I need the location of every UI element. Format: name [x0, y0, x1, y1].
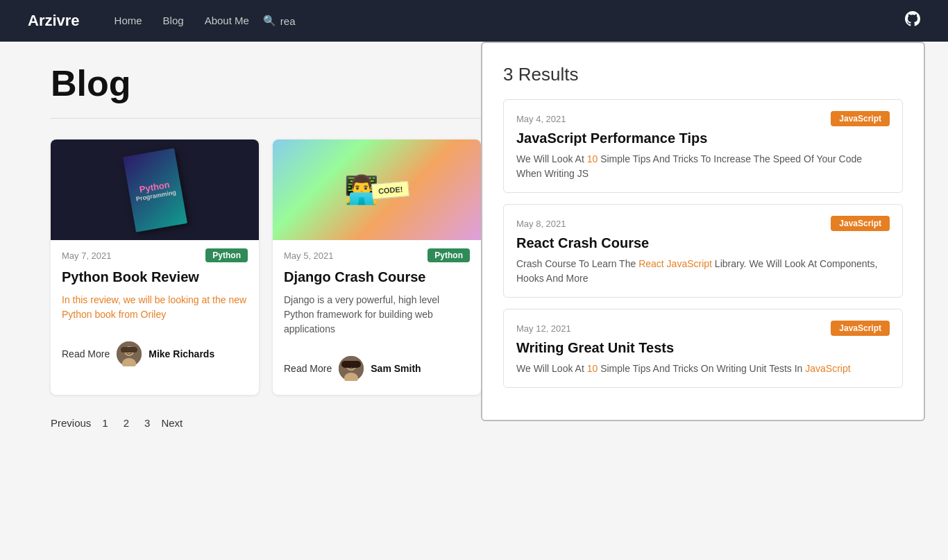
card-body-django: May 5, 2021 Python Django Crash Course D…	[273, 240, 481, 356]
pagination-previous[interactable]: Previous	[51, 417, 91, 429]
result-desc-3: We Will Look At 10 Simple Tips And Trick…	[516, 362, 890, 376]
search-results-overlay: 3 Results May 4, 2021 JavaScript JavaScr…	[481, 42, 925, 421]
pagination-next[interactable]: Next	[161, 417, 183, 429]
avatar-2	[339, 356, 364, 381]
result-date-1: May 4, 2021	[516, 114, 566, 124]
author-name-2: Sam Smith	[371, 363, 421, 374]
card-image-django: 👨‍💻 CODE!	[273, 139, 481, 240]
card-date-2: May 5, 2021	[284, 251, 334, 261]
card-excerpt-1: In this review, we will be looking at th…	[62, 293, 248, 322]
card-title-1[interactable]: Python Book Review	[62, 268, 248, 286]
card-title-2[interactable]: Django Crash Course	[284, 268, 470, 286]
nav-home[interactable]: Home	[115, 15, 142, 26]
navbar-search-area: 🔍 rea	[263, 15, 296, 27]
read-more-1[interactable]: Read More	[62, 348, 110, 359]
svg-rect-5	[121, 347, 137, 353]
result-title-3: Writing Great Unit Tests	[516, 340, 890, 356]
results-count: 3 Results	[503, 64, 903, 85]
card-footer-1: Read More Mike Richards	[51, 341, 259, 366]
result-date-2: May 8, 2021	[516, 219, 566, 229]
navbar-links: Home Blog About Me	[115, 15, 249, 27]
read-more-2[interactable]: Read More	[284, 363, 332, 374]
badge-js-1: JavaScript	[831, 111, 890, 126]
search-result-1[interactable]: May 4, 2021 JavaScript JavaScript Perfor…	[503, 99, 903, 193]
pagination-page-3[interactable]: 3	[140, 416, 154, 430]
pagination-page-1[interactable]: 1	[98, 416, 112, 430]
card-footer-2: Read More Sam Smith	[273, 356, 481, 381]
badge-js-2: JavaScript	[831, 216, 890, 231]
result-date-3: May 12, 2021	[516, 323, 571, 334]
search-query-text[interactable]: rea	[280, 15, 296, 27]
blog-card-python-book: Python Programming May 7, 2021 Python Py…	[51, 139, 259, 395]
result-desc-1: We Will Look At 10 Simple Tips And Trick…	[516, 152, 890, 181]
svg-rect-11	[341, 361, 361, 368]
author-name-1: Mike Richards	[149, 348, 214, 359]
avatar-1	[117, 341, 142, 366]
nav-about[interactable]: About Me	[205, 15, 249, 26]
badge-js-3: JavaScript	[831, 321, 890, 336]
navbar: Arzivre Home Blog About Me 🔍 rea	[0, 0, 948, 42]
result-desc-2: Crash Course To Learn The React JavaScri…	[516, 257, 890, 286]
card-body-python-book: May 7, 2021 Python Python Book Review In…	[51, 240, 259, 341]
card-excerpt-2: Django is a very powerful, high level Py…	[284, 293, 470, 337]
card-image-python-book: Python Programming	[51, 139, 259, 240]
search-result-2[interactable]: May 8, 2021 JavaScript React Crash Cours…	[503, 204, 903, 298]
navbar-brand[interactable]: Arzivre	[28, 12, 80, 30]
nav-blog[interactable]: Blog	[163, 15, 184, 26]
result-title-1: JavaScript Performance Tips	[516, 130, 890, 146]
badge-python-2: Python	[428, 248, 470, 262]
blog-card-django: 👨‍💻 CODE! May 5, 2021 Python Django Cras…	[273, 139, 481, 395]
github-icon[interactable]	[905, 11, 920, 31]
main-container: Blog Python Programming May 7, 2021 Pyth…	[23, 42, 925, 451]
search-icon: 🔍	[263, 15, 276, 27]
book-cover: Python Programming	[123, 148, 187, 232]
result-title-2: React Crash Course	[516, 235, 890, 251]
card-date-1: May 7, 2021	[62, 251, 112, 261]
pagination-page-2[interactable]: 2	[119, 416, 133, 430]
search-result-3[interactable]: May 12, 2021 JavaScript Writing Great Un…	[503, 309, 903, 388]
badge-python-1: Python	[205, 248, 248, 262]
